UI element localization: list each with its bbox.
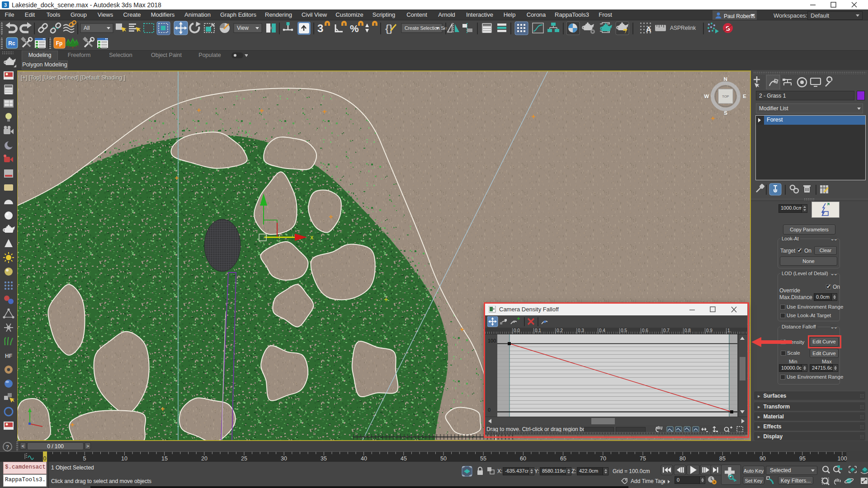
svg-text:100: 100 bbox=[838, 455, 847, 462]
svg-text:3: 3 bbox=[317, 22, 323, 34]
svg-text:35: 35 bbox=[321, 455, 327, 462]
svg-text:View: View bbox=[237, 25, 249, 31]
svg-text:A: A bbox=[646, 26, 651, 33]
svg-text:95: 95 bbox=[799, 455, 806, 462]
svg-text:30: 30 bbox=[281, 455, 287, 462]
svg-text:20: 20 bbox=[201, 455, 208, 462]
svg-text:10: 10 bbox=[121, 455, 127, 462]
svg-text:25: 25 bbox=[241, 455, 247, 462]
svg-text:Rc: Rc bbox=[8, 40, 15, 47]
svg-text:40: 40 bbox=[361, 455, 367, 462]
svg-text:90: 90 bbox=[760, 455, 766, 462]
svg-text:5: 5 bbox=[83, 455, 86, 462]
svg-text:Create Selection Se: Create Selection Se bbox=[405, 25, 447, 31]
svg-text:All: All bbox=[84, 25, 90, 31]
svg-text:65: 65 bbox=[560, 455, 566, 462]
svg-text:70: 70 bbox=[600, 455, 606, 462]
svg-text:3: 3 bbox=[4, 2, 7, 8]
svg-text:55: 55 bbox=[480, 455, 486, 462]
svg-text:HF: HF bbox=[5, 353, 12, 359]
svg-text:ASPRelink: ASPRelink bbox=[670, 25, 696, 31]
svg-text:85: 85 bbox=[719, 455, 726, 462]
svg-text:60: 60 bbox=[520, 455, 526, 462]
svg-text:50: 50 bbox=[440, 455, 447, 462]
svg-text:%: % bbox=[350, 23, 359, 34]
svg-text:0: 0 bbox=[43, 455, 47, 462]
svg-text:45: 45 bbox=[401, 455, 407, 462]
svg-text:15: 15 bbox=[161, 455, 168, 462]
svg-text:Fp: Fp bbox=[56, 40, 63, 47]
svg-text:80: 80 bbox=[679, 455, 686, 462]
svg-text:75: 75 bbox=[640, 455, 646, 462]
